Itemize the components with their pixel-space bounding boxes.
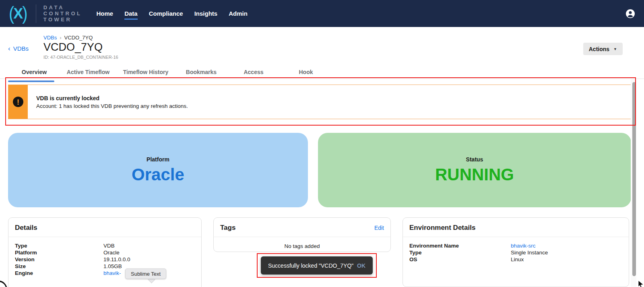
details-value-version: 19.11.0.0.0: [103, 256, 130, 263]
tags-edit-link[interactable]: Edit: [374, 225, 384, 231]
annotation-rectangle-toast: [257, 253, 377, 278]
brand-divider: [36, 4, 36, 23]
brand-line-3: TOWER: [43, 17, 82, 23]
dct-logo-icon: (X): [9, 4, 27, 23]
breadcrumb-parent[interactable]: VDBs: [43, 35, 57, 41]
actions-button-label: Actions: [589, 46, 609, 52]
platform-card-value: Oracle: [132, 165, 184, 184]
brand-line-2: CONTROL: [43, 10, 82, 17]
breadcrumb-separator-icon: ›: [60, 35, 61, 41]
details-label-type: Type: [15, 242, 103, 249]
status-card-label: Status: [466, 156, 483, 163]
nav-item-admin[interactable]: Admin: [229, 8, 248, 20]
mouse-cursor: [637, 280, 644, 287]
details-value-platform: Oracle: [103, 249, 120, 256]
details-row-version: Version 19.11.0.0.0: [15, 256, 195, 263]
tags-card-title: Tags: [220, 224, 235, 232]
status-summary-card: Status RUNNING: [318, 133, 631, 207]
details-card: Details Type VDB Platform Oracle Version…: [8, 217, 202, 287]
details-card-title: Details: [15, 224, 37, 232]
tags-empty-text: No tags added: [214, 237, 390, 249]
tab-hook[interactable]: Hook: [280, 66, 332, 78]
caret-down-icon: ▼: [613, 47, 617, 51]
details-row-size: Size 1.05GB: [15, 263, 195, 270]
vdb-id-label: ID: 47-ORACLE_DB_CONTAINER-16: [43, 55, 118, 60]
details-label-engine: Engine: [15, 270, 103, 277]
brand-wordmark: DATA CONTROL TOWER: [43, 4, 82, 23]
back-to-vdbs-link[interactable]: ‹ VDBs: [8, 45, 29, 52]
annotation-rectangle-alert: [5, 77, 636, 126]
nav-item-insights[interactable]: Insights: [194, 8, 218, 20]
actions-button[interactable]: Actions ▼: [583, 43, 623, 55]
tab-timeflow-history[interactable]: Timeflow History: [116, 66, 175, 78]
environment-details-card: Environment Details Environment Name bha…: [402, 217, 629, 287]
details-row-engine: Engine bhavik-: [15, 270, 195, 277]
back-link-label: VDBs: [13, 45, 29, 52]
details-value-size: 1.05GB: [103, 263, 122, 270]
breadcrumb: VDBs › VCDO_7YQ: [43, 35, 93, 41]
env-row-name: Environment Name bhavik-src: [409, 242, 622, 249]
tab-active-timeflow[interactable]: Active Timeflow: [60, 66, 116, 78]
env-row-os: OS Linux: [409, 256, 622, 263]
env-value-os: Linux: [511, 256, 524, 263]
platform-card-label: Platform: [147, 156, 169, 163]
status-card-value: RUNNING: [435, 165, 514, 184]
details-label-platform: Platform: [15, 249, 103, 256]
env-label-os: OS: [409, 256, 511, 263]
tab-access[interactable]: Access: [227, 66, 280, 78]
env-label-name: Environment Name: [409, 242, 511, 249]
nav-item-compliance[interactable]: Compliance: [149, 8, 183, 20]
environment-name-link[interactable]: bhavik-src: [511, 242, 536, 249]
details-row-platform: Platform Oracle: [15, 249, 195, 256]
env-label-type: Type: [409, 249, 511, 256]
env-value-type: Single Instance: [511, 249, 548, 256]
env-row-type: Type Single Instance: [409, 249, 622, 256]
top-nav-bar: (X) DATA CONTROL TOWER Home Data Complia…: [0, 0, 644, 27]
details-row-type: Type VDB: [15, 242, 195, 249]
engine-link[interactable]: bhavik-: [103, 270, 121, 277]
environment-card-title: Environment Details: [409, 224, 475, 232]
details-label-version: Version: [15, 256, 103, 263]
primary-nav: Home Data Compliance Insights Admin: [96, 8, 247, 20]
details-label-size: Size: [15, 263, 103, 270]
back-chevron-icon: ‹: [8, 45, 10, 52]
details-value-type: VDB: [103, 242, 115, 249]
page-title: VCDO_7YQ: [43, 41, 103, 54]
user-account-icon[interactable]: [625, 9, 635, 19]
os-tooltip: Sublime Text: [125, 268, 166, 279]
tab-overview[interactable]: Overview: [8, 66, 60, 78]
tab-bookmarks[interactable]: Bookmarks: [175, 66, 227, 78]
dock-icon-edge: [0, 281, 7, 287]
breadcrumb-current: VCDO_7YQ: [64, 35, 93, 41]
brand-line-1: DATA: [43, 4, 82, 10]
platform-summary-card: Platform Oracle: [8, 133, 308, 207]
tags-card: Tags Edit No tags added: [213, 217, 391, 252]
nav-item-home[interactable]: Home: [96, 8, 113, 20]
nav-item-data[interactable]: Data: [124, 8, 138, 20]
